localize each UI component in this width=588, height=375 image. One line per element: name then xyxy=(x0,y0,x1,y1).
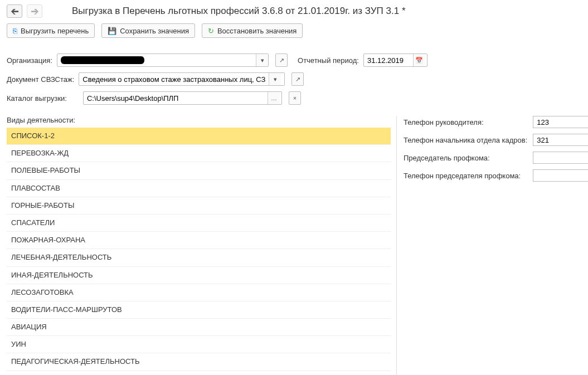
export-label: Выгрузить перечень xyxy=(21,27,89,35)
restore-label: Восстановить значения xyxy=(217,27,297,35)
doc-input[interactable] xyxy=(79,73,269,85)
organization-field[interactable]: ▾ xyxy=(57,53,269,67)
activity-item[interactable]: ГОРНЫЕ-РАБОТЫ xyxy=(7,197,391,215)
phone-hr-label: Телефон начальника отдела кадров: xyxy=(404,136,527,144)
activities-label: Виды деятельности: xyxy=(7,116,391,124)
period-input[interactable] xyxy=(364,54,413,66)
organization-dropdown-button[interactable]: ▾ xyxy=(256,54,268,66)
export-button[interactable]: ⎘ Выгрузить перечень xyxy=(7,23,95,38)
doc-field[interactable]: ▾ xyxy=(79,72,285,86)
catalog-clear-button[interactable]: × xyxy=(289,91,301,105)
calendar-button[interactable]: 📅 xyxy=(413,54,425,66)
activity-item[interactable]: СПАСАТЕЛИ xyxy=(7,215,391,232)
period-label: Отчетный период: xyxy=(298,56,359,65)
page-title: Выгрузка в Перечень льготных профессий 3… xyxy=(72,6,406,17)
activity-item[interactable]: ПОЛЕВЫЕ-РАБОТЫ xyxy=(7,162,391,179)
chair-input[interactable] xyxy=(533,152,588,164)
phone-chair-input[interactable] xyxy=(533,169,588,182)
organization-redacted xyxy=(61,56,144,64)
activity-item[interactable]: ПЕРЕВОЗКА-ЖД xyxy=(7,145,391,162)
activity-item[interactable]: СПИСОК-1-2 xyxy=(7,128,391,145)
catalog-field[interactable]: … xyxy=(83,91,282,105)
organization-open-button[interactable]: ↗ xyxy=(275,53,288,67)
phone-head-input[interactable] xyxy=(533,116,588,128)
activity-item[interactable]: ИНАЯ-ДЕЯТЕЛЬНОСТЬ xyxy=(7,267,391,284)
activity-item[interactable]: ЛЕЧЕБНАЯ-ДЕЯТЕЛЬНОСТЬ xyxy=(7,249,391,266)
activity-item[interactable]: ТВОРЧЕСКАЯ-ДЕЯТЕЛЬНОСТЬ xyxy=(7,371,391,375)
doc-label: Документ СВЗСтаж: xyxy=(7,75,74,84)
save-label: Сохранить значения xyxy=(120,27,189,35)
phone-chair-label: Телефон председателя профкома: xyxy=(404,172,521,180)
activity-item[interactable]: ЛЕСОЗАГОТОВКА xyxy=(7,284,391,301)
activity-item[interactable]: АВИАЦИЯ xyxy=(7,319,391,336)
catalog-input[interactable] xyxy=(84,92,268,104)
doc-dropdown-button[interactable]: ▾ xyxy=(269,73,281,85)
activity-item[interactable]: ПЛАВСОСТАВ xyxy=(7,180,391,197)
restore-icon: ↻ xyxy=(208,27,214,35)
export-icon: ⎘ xyxy=(13,27,17,35)
forward-button[interactable]: 🡪 xyxy=(27,4,42,18)
save-icon: 💾 xyxy=(108,27,116,35)
period-field[interactable]: 📅 xyxy=(363,53,427,67)
catalog-browse-button[interactable]: … xyxy=(268,92,280,104)
phone-hr-input[interactable] xyxy=(533,134,588,146)
activity-item[interactable]: ПОЖАРНАЯ-ОХРАНА xyxy=(7,232,391,249)
phone-head-label: Телефон руководителя: xyxy=(404,118,484,126)
doc-open-button[interactable]: ↗ xyxy=(291,72,304,86)
back-button[interactable]: 🡨 xyxy=(7,4,22,18)
activity-item[interactable]: ПЕДАГОГИЧЕСКАЯ-ДЕЯТЕЛЬНОСТЬ xyxy=(7,353,391,371)
activity-list: СПИСОК-1-2ПЕРЕВОЗКА-ЖДПОЛЕВЫЕ-РАБОТЫПЛАВ… xyxy=(7,128,391,375)
calendar-icon: 📅 xyxy=(415,57,423,64)
save-button[interactable]: 💾 Сохранить значения xyxy=(101,23,195,38)
catalog-label: Каталог выгрузки: xyxy=(7,94,67,103)
organization-label: Организация: xyxy=(7,56,52,65)
restore-button[interactable]: ↻ Восстановить значения xyxy=(202,23,303,38)
activity-item[interactable]: УИН xyxy=(7,336,391,353)
chair-label: Председатель профкома: xyxy=(404,154,490,162)
activity-item[interactable]: ВОДИТЕЛИ-ПАСС-МАРШРУТОВ xyxy=(7,301,391,319)
